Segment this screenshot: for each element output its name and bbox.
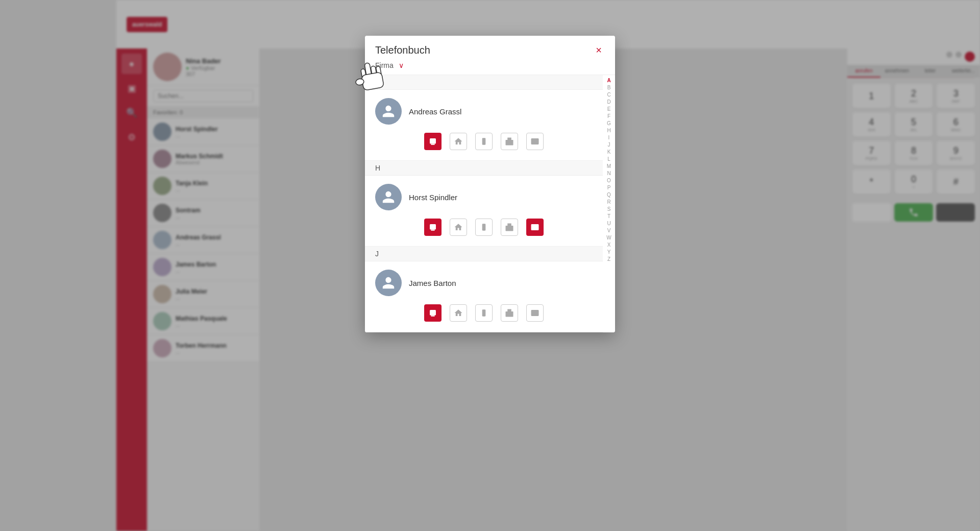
alpha-o[interactable]: O [607, 177, 611, 184]
work-phone-icon-andreas[interactable] [424, 133, 442, 150]
alpha-m[interactable]: M [607, 163, 611, 170]
contact-card-andreas: Andreas Grassl [365, 90, 603, 161]
alpha-k[interactable]: K [607, 149, 611, 156]
avatar-andreas [375, 98, 402, 125]
email-icon-horst[interactable] [526, 219, 544, 236]
contact-actions-james [375, 302, 593, 324]
alpha-e[interactable]: E [607, 106, 611, 113]
fax-icon-andreas[interactable] [501, 133, 518, 150]
svg-rect-8 [431, 230, 435, 231]
alpha-r[interactable]: R [607, 199, 610, 206]
alpha-v[interactable]: V [607, 227, 611, 234]
alpha-a[interactable]: A [607, 77, 610, 84]
avatar-james [375, 270, 402, 296]
section-header-h: H [365, 161, 603, 176]
phone-book-modal: Telefonbuch × Firma ∨ A Andreas Grassl [365, 36, 615, 332]
svg-rect-4 [506, 140, 513, 146]
home-phone-icon-andreas[interactable] [450, 133, 467, 150]
svg-point-13 [511, 227, 512, 228]
contact-card-top-james: James Barton [375, 270, 593, 296]
svg-rect-7 [430, 224, 436, 230]
alpha-d[interactable]: D [607, 99, 610, 106]
section-header-a: A [365, 75, 603, 90]
alpha-f[interactable]: F [607, 113, 610, 120]
alphabet-nav: A B C D E F G H I J K L M N O P Q R S T … [603, 75, 615, 332]
svg-rect-1 [431, 144, 435, 145]
alpha-i[interactable]: I [608, 134, 610, 141]
alpha-w[interactable]: W [606, 234, 611, 242]
svg-rect-12 [507, 224, 511, 226]
avatar-horst [375, 184, 402, 210]
svg-rect-14 [430, 310, 436, 316]
contact-card-james: James Barton [365, 261, 603, 332]
alpha-j[interactable]: J [608, 141, 610, 149]
alpha-l[interactable]: L [607, 156, 610, 163]
alpha-c[interactable]: C [607, 91, 610, 99]
alpha-t[interactable]: T [607, 213, 610, 220]
contact-name-horst: Horst Spindler [409, 193, 457, 202]
svg-point-17 [483, 315, 484, 315]
filter-arrow-icon[interactable]: ∨ [399, 61, 404, 69]
contact-name-james: James Barton [409, 279, 456, 287]
svg-rect-16 [482, 309, 486, 316]
alpha-p[interactable]: P [607, 184, 611, 191]
alpha-u[interactable]: U [607, 220, 610, 227]
fax-icon-james[interactable] [501, 304, 518, 322]
home-phone-icon-james[interactable] [450, 304, 467, 322]
alpha-q[interactable]: Q [607, 191, 611, 199]
svg-rect-19 [507, 309, 511, 312]
alpha-s[interactable]: S [607, 206, 611, 213]
contact-card-horst: Horst Spindler [365, 176, 603, 247]
filter-label: Firma [375, 61, 394, 69]
svg-rect-5 [507, 138, 511, 140]
fax-icon-horst[interactable] [501, 219, 518, 236]
alpha-g[interactable]: G [607, 120, 611, 127]
home-phone-icon-horst[interactable] [450, 219, 467, 236]
email-icon-andreas[interactable] [526, 133, 544, 150]
contact-list-main: A Andreas Grassl [365, 75, 603, 332]
svg-point-20 [511, 313, 512, 314]
alpha-h[interactable]: H [607, 127, 610, 134]
svg-point-6 [511, 141, 512, 142]
mobile-icon-horst[interactable] [475, 219, 493, 236]
alpha-n[interactable]: N [607, 170, 610, 177]
mobile-icon-james[interactable] [475, 304, 493, 322]
section-header-j: J [365, 247, 603, 261]
modal-filter-row: Firma ∨ [365, 61, 615, 75]
svg-point-10 [483, 229, 484, 229]
contact-card-top-horst: Horst Spindler [375, 184, 593, 210]
svg-rect-18 [506, 311, 513, 317]
modal-titlebar: Telefonbuch × [365, 36, 615, 61]
contact-card-top: Andreas Grassl [375, 98, 593, 125]
contact-actions-horst [375, 216, 593, 238]
work-phone-icon-horst[interactable] [424, 219, 442, 236]
work-phone-icon-james[interactable] [424, 304, 442, 322]
svg-rect-15 [431, 316, 435, 317]
alpha-y[interactable]: Y [607, 249, 611, 256]
email-icon-james[interactable] [526, 304, 544, 322]
svg-rect-11 [506, 226, 513, 231]
modal-title: Telefonbuch [375, 44, 430, 56]
contact-actions-andreas [375, 131, 593, 152]
alpha-x[interactable]: X [607, 242, 611, 249]
svg-rect-0 [430, 138, 436, 144]
contact-name-andreas: Andreas Grassl [409, 107, 461, 116]
modal-body: A Andreas Grassl [365, 75, 615, 332]
close-button[interactable]: × [593, 44, 605, 56]
alpha-b[interactable]: B [607, 84, 611, 91]
alpha-z[interactable]: Z [607, 256, 610, 263]
mobile-icon-andreas[interactable] [475, 133, 493, 150]
svg-point-3 [483, 143, 484, 143]
